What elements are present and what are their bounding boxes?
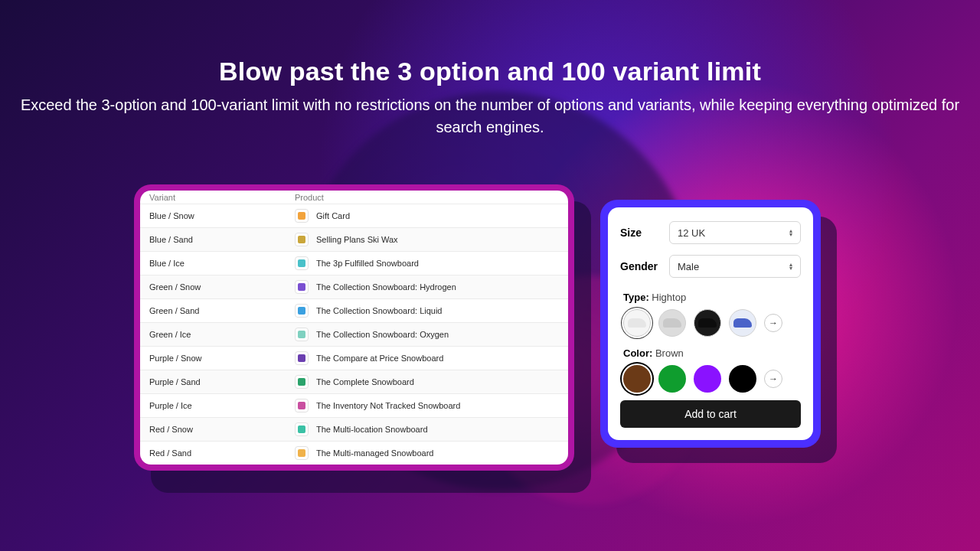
select-caret-icon: ▴▾ [789, 229, 792, 236]
type-swatch[interactable] [658, 309, 686, 337]
cell-product-name: Gift Card [316, 211, 350, 220]
col-header-product: Product [295, 193, 559, 202]
product-thumb-icon [295, 328, 309, 341]
cell-product-name: The Collection Snowboard: Liquid [316, 306, 443, 315]
cell-variant: Red / Snow [149, 425, 295, 434]
select-caret-icon: ▴▾ [789, 262, 792, 270]
table-row[interactable]: Blue / IceThe 3p Fulfilled Snowboard [140, 251, 568, 275]
color-swatch[interactable] [729, 365, 756, 393]
col-header-variant: Variant [149, 193, 295, 202]
cell-product: The Multi-managed Snowboard [295, 446, 559, 460]
size-select-value: 12 UK [678, 227, 705, 239]
product-thumb-icon [295, 375, 309, 389]
cell-product: Selling Plans Ski Wax [295, 233, 559, 246]
cell-product-name: The Collection Snowboard: Hydrogen [316, 282, 456, 292]
add-to-cart-button[interactable]: Add to cart [620, 400, 801, 428]
product-thumb-icon [295, 422, 309, 436]
shoe-icon [733, 318, 752, 328]
product-options-card: Size 12 UK ▴▾ Gender Male ▴▾ Type: Hight… [600, 200, 821, 448]
cell-variant: Green / Ice [149, 330, 295, 339]
product-thumb-icon [295, 233, 309, 246]
type-swatch[interactable] [623, 309, 651, 337]
table-row[interactable]: Blue / SnowGift Card [140, 204, 568, 227]
product-thumb-icon [295, 351, 309, 365]
type-swatch[interactable] [694, 309, 721, 337]
hero-subtitle: Exceed the 3-option and 100-variant limi… [0, 94, 980, 139]
color-swatch[interactable] [658, 365, 686, 393]
cell-variant: Red / Sand [149, 448, 295, 458]
table-row[interactable]: Green / SnowThe Collection Snowboard: Hy… [140, 275, 568, 298]
table-header: Variant Product [140, 191, 568, 204]
type-swatch[interactable] [729, 309, 756, 337]
cell-variant: Green / Sand [149, 306, 295, 315]
cell-product-name: The Collection Snowboard: Oxygen [316, 330, 449, 339]
table-row[interactable]: Green / SandThe Collection Snowboard: Li… [140, 298, 568, 322]
type-label: Type: [623, 292, 649, 303]
color-swatch[interactable] [694, 365, 721, 393]
cell-variant: Purple / Ice [149, 401, 295, 410]
cell-product: The Collection Snowboard: Oxygen [295, 328, 559, 341]
table-row[interactable]: Red / SnowThe Multi-location Snowboard [140, 417, 568, 441]
cell-product: Gift Card [295, 209, 559, 223]
product-thumb-icon [295, 304, 309, 318]
product-thumb-icon [295, 446, 309, 460]
cell-product-name: The Compare at Price Snowboard [316, 354, 443, 363]
cell-product-name: Selling Plans Ski Wax [316, 235, 398, 244]
cell-product-name: The Complete Snowboard [316, 377, 414, 386]
shoe-icon [663, 318, 681, 328]
cell-product: The 3p Fulfilled Snowboard [295, 256, 559, 270]
color-more-arrow[interactable]: → [764, 370, 782, 388]
table-row[interactable]: Purple / SnowThe Compare at Price Snowbo… [140, 346, 568, 370]
hero-text: Blow past the 3 option and 100 variant l… [0, 57, 980, 139]
hero-title: Blow past the 3 option and 100 variant l… [0, 57, 980, 86]
cell-product-name: The Inventory Not Tracked Snowboard [316, 401, 460, 410]
color-label-row: Color: Brown [623, 347, 801, 359]
color-label: Color: [623, 347, 652, 359]
cell-product: The Inventory Not Tracked Snowboard [295, 399, 559, 412]
product-thumb-icon [295, 256, 309, 270]
shoe-icon [698, 318, 717, 328]
table-row[interactable]: Green / IceThe Collection Snowboard: Oxy… [140, 322, 568, 346]
cell-variant: Blue / Ice [149, 259, 295, 268]
type-value: Hightop [652, 292, 686, 303]
product-thumb-icon [295, 280, 309, 294]
cell-variant: Purple / Sand [149, 377, 295, 386]
type-more-arrow[interactable]: → [764, 314, 782, 332]
table-row[interactable]: Blue / SandSelling Plans Ski Wax [140, 227, 568, 251]
cell-product-name: The Multi-location Snowboard [316, 425, 428, 434]
cell-product: The Collection Snowboard: Liquid [295, 304, 559, 318]
cell-product: The Multi-location Snowboard [295, 422, 559, 436]
table-row[interactable]: Red / SandThe Multi-managed Snowboard [140, 441, 568, 465]
gender-label: Gender [620, 260, 660, 272]
table-row[interactable]: Purple / IceThe Inventory Not Tracked Sn… [140, 393, 568, 417]
cell-product-name: The 3p Fulfilled Snowboard [316, 259, 419, 268]
variants-card: Variant Product Blue / SnowGift CardBlue… [134, 184, 574, 471]
table-row[interactable]: Purple / SandThe Complete Snowboard [140, 370, 568, 393]
color-swatch[interactable] [623, 365, 651, 393]
gender-select-value: Male [678, 261, 699, 272]
cell-product: The Compare at Price Snowboard [295, 351, 559, 365]
product-thumb-icon [295, 209, 309, 223]
cell-variant: Blue / Sand [149, 235, 295, 244]
type-label-row: Type: Hightop [623, 292, 801, 303]
cell-variant: Blue / Snow [149, 211, 295, 220]
cell-variant: Purple / Snow [149, 354, 295, 363]
shoe-icon [628, 318, 646, 328]
cell-product-name: The Multi-managed Snowboard [316, 448, 433, 458]
product-thumb-icon [295, 399, 309, 412]
cell-product: The Collection Snowboard: Hydrogen [295, 280, 559, 294]
size-select[interactable]: 12 UK ▴▾ [669, 221, 801, 244]
size-label: Size [620, 227, 660, 239]
cell-product: The Complete Snowboard [295, 375, 559, 389]
cell-variant: Green / Snow [149, 282, 295, 292]
gender-select[interactable]: Male ▴▾ [669, 255, 801, 278]
color-value: Brown [655, 347, 684, 359]
